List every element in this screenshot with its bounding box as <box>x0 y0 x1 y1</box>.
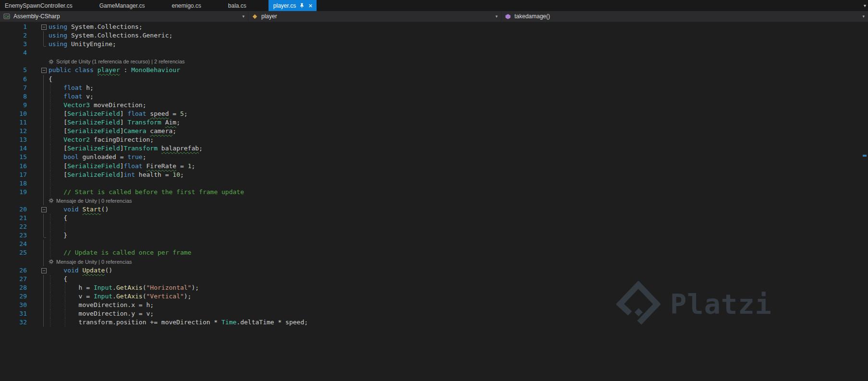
code-text: { <box>49 275 868 283</box>
fold-collapse-icon[interactable] <box>28 23 49 31</box>
line-number: 6 <box>0 75 28 84</box>
code-text: [SerializeField]Camera camera; <box>49 127 868 135</box>
fold-margin <box>28 275 49 283</box>
indent-guide <box>50 318 50 327</box>
type-dropdown[interactable]: player ▾ <box>248 11 501 22</box>
tab-enemyspawncontroller-cs[interactable]: EnemySpawnController.cs <box>0 0 95 11</box>
line-number: 13 <box>0 135 28 144</box>
pin-icon[interactable] <box>299 3 305 8</box>
tab-label: GameManager.cs <box>99 2 145 9</box>
code-line: 7 float h; <box>0 84 868 92</box>
codelens-references-link[interactable]: Mensaje de Unity | 0 referencias <box>56 258 132 266</box>
indent-guide <box>50 188 50 197</box>
indent-guide <box>65 222 65 231</box>
indent-guide <box>50 92 50 101</box>
line-number: 32 <box>0 318 28 327</box>
codelens-references-link[interactable]: Script de Unity (1 referencia de recurso… <box>56 57 185 66</box>
line-number: 14 <box>0 144 28 153</box>
tab-bar: EnemySpawnController.csGameManager.csene… <box>0 0 868 11</box>
code-text: [SerializeField] Transform Aim; <box>49 118 868 127</box>
line-number: 25 <box>0 248 28 257</box>
chevron-down-icon: ▾ <box>242 14 245 19</box>
code-text <box>49 179 868 188</box>
codelens-content: Script de Unity (1 referencia de recurso… <box>49 57 868 66</box>
line-number: 9 <box>0 101 28 110</box>
close-tab-icon[interactable]: × <box>308 2 312 9</box>
code-line: 1using System.Collections; <box>0 23 868 31</box>
code-text: moveDirection.y = v; <box>49 309 868 318</box>
indent-guide <box>65 318 65 327</box>
fold-margin <box>28 49 49 57</box>
unity-message-icon <box>49 198 54 203</box>
scrollbar-caret-marker <box>863 155 867 157</box>
indent-guide <box>50 283 50 292</box>
code-text: [SerializeField]float FireRate = 1; <box>49 162 868 171</box>
fold-margin <box>28 318 49 327</box>
code-line: 24 <box>0 240 868 248</box>
line-number <box>0 197 28 205</box>
indent-guide <box>50 127 50 135</box>
indent-guide <box>50 179 50 188</box>
indent-guide <box>50 309 50 318</box>
tab-enemigo-cs[interactable]: enemigo.cs <box>167 0 223 11</box>
fold-margin <box>28 127 49 135</box>
tab-gamemanager-cs[interactable]: GameManager.cs <box>95 0 167 11</box>
vertical-scrollbar[interactable] <box>861 22 868 381</box>
code-line: 22 <box>0 222 868 231</box>
code-text: { <box>49 214 868 222</box>
fold-margin <box>28 57 49 66</box>
line-number: 15 <box>0 153 28 161</box>
class-icon <box>252 13 258 20</box>
code-line: 4 <box>0 49 868 57</box>
indent-guide <box>50 135 50 144</box>
fold-margin <box>28 153 49 161</box>
method-icon <box>505 13 511 20</box>
fold-collapse-icon[interactable] <box>28 205 49 214</box>
code-line: 23 } <box>0 231 868 240</box>
indent-guide <box>65 283 65 292</box>
line-number: 31 <box>0 309 28 318</box>
code-text: [SerializeField]Transform balaprefab; <box>49 144 868 153</box>
codelens-references-link[interactable]: Mensaje de Unity | 0 referencias <box>56 197 132 205</box>
fold-margin <box>28 222 49 231</box>
tab-player-cs[interactable]: player.cs× <box>269 0 317 11</box>
member-dropdown[interactable]: takedamage() ▾ <box>501 11 868 22</box>
fold-margin <box>28 75 49 84</box>
code-line: 17 [SerializeField]int health = 10; <box>0 171 868 179</box>
project-dropdown[interactable]: C# Assembly-CSharp ▾ <box>0 11 248 22</box>
fold-margin <box>28 31 49 40</box>
line-number <box>0 258 28 266</box>
code-text: // Update is called once per frame <box>49 248 868 257</box>
codelens-content: Mensaje de Unity | 0 referencias <box>49 197 868 205</box>
type-dropdown-label: player <box>261 13 277 20</box>
fold-margin <box>28 171 49 179</box>
indent-guide <box>50 84 50 92</box>
code-line: 21 { <box>0 214 868 222</box>
fold-margin <box>28 188 49 197</box>
fold-margin <box>28 40 49 49</box>
fold-collapse-icon[interactable] <box>28 66 49 74</box>
indent-guide <box>65 309 65 318</box>
code-line: 11 [SerializeField] Transform Aim; <box>0 118 868 127</box>
code-text: v = Input.GetAxis("Vertical"); <box>49 292 868 301</box>
code-line: 31 moveDirection.y = v; <box>0 309 868 318</box>
indent-guide <box>50 275 50 283</box>
fold-margin <box>28 301 49 309</box>
line-number: 21 <box>0 214 28 222</box>
line-number: 5 <box>0 66 28 74</box>
line-number: 29 <box>0 292 28 301</box>
navigation-bar: C# Assembly-CSharp ▾ player ▾ takedamage… <box>0 11 868 22</box>
code-line: 29 v = Input.GetAxis("Vertical"); <box>0 292 868 301</box>
code-text: public class player : MonoBehaviour <box>49 66 868 74</box>
tab-bala-cs[interactable]: bala.cs <box>223 0 269 11</box>
chevron-down-icon: ▾ <box>862 14 865 19</box>
line-number: 30 <box>0 301 28 309</box>
line-number <box>0 57 28 66</box>
code-text: [SerializeField] float speed = 5; <box>49 110 868 118</box>
fold-collapse-icon[interactable] <box>28 266 49 275</box>
svg-text:C#: C# <box>4 15 9 18</box>
line-number: 10 <box>0 110 28 118</box>
code-editor[interactable]: 1using System.Collections;2using System.… <box>0 22 868 381</box>
code-line: 16 [SerializeField]float FireRate = 1; <box>0 162 868 171</box>
tab-list-chevron-icon[interactable]: ▾ <box>864 0 866 11</box>
